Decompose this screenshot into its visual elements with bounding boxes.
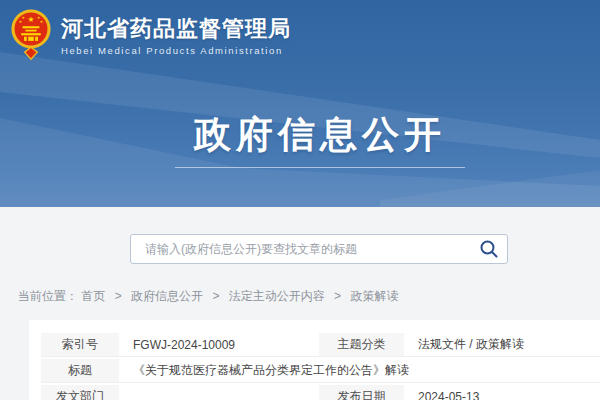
page: ★ ★ ★ ★ ★ 河北省药品监督管理局 Hebei Medical Produ… — [0, 0, 600, 400]
breadcrumb-item-policy-interpretation[interactable]: 政策解读 — [350, 289, 398, 303]
table-row: 索引号 FGWJ-2024-10009 主题分类 法规文件 / 政策解读 — [41, 333, 600, 357]
breadcrumb-separator: > — [334, 289, 341, 303]
site-title: 河北省药品监督管理局 — [61, 16, 291, 42]
site-header-banner: ★ ★ ★ ★ ★ 河北省药品监督管理局 Hebei Medical Produ… — [0, 0, 600, 207]
search-bar — [130, 234, 508, 264]
svg-text:★: ★ — [19, 20, 23, 24]
title-underline — [175, 167, 465, 168]
breadcrumb-item-info-disclosure[interactable]: 政府信息公开 — [131, 289, 203, 303]
breadcrumb-item-statutory-content[interactable]: 法定主动公开内容 — [229, 289, 325, 303]
field-value-topic-category: 法规文件 / 政策解读 — [404, 333, 600, 357]
search-icon — [479, 239, 499, 259]
table-row: 发文部门 发布日期 2024-05-13 — [41, 385, 600, 400]
field-label-topic-category: 主题分类 — [319, 333, 404, 357]
field-label-title: 标题 — [41, 359, 119, 383]
field-label-publish-date: 发布日期 — [319, 385, 404, 400]
document-info-card: 索引号 FGWJ-2024-10009 主题分类 法规文件 / 政策解读 标题 … — [29, 320, 600, 400]
breadcrumb-item-home[interactable]: 首页 — [81, 289, 105, 303]
svg-text:★: ★ — [28, 15, 35, 24]
svg-text:★: ★ — [37, 16, 41, 20]
field-value-index-no: FGWJ-2024-10009 — [119, 333, 319, 357]
search-button[interactable] — [476, 237, 502, 261]
field-label-index-no: 索引号 — [41, 333, 119, 357]
page-title: 政府信息公开 — [194, 110, 446, 160]
site-brand-link[interactable]: ★ ★ ★ ★ ★ 河北省药品监督管理局 Hebei Medical Produ… — [10, 8, 291, 64]
field-value-title: 《关于规范医疗器械产品分类界定工作的公告》解读 — [119, 359, 600, 383]
breadcrumb-separator: > — [212, 289, 219, 303]
search-input[interactable] — [130, 234, 508, 264]
site-brand-text: 河北省药品监督管理局 Hebei Medical Products Admini… — [61, 16, 291, 56]
field-label-issuing-department: 发文部门 — [41, 385, 119, 400]
site-subtitle-en: Hebei Medical Products Administration — [61, 45, 291, 56]
breadcrumb-separator: > — [115, 289, 122, 303]
table-row: 标题 《关于规范医疗器械产品分类界定工作的公告》解读 — [41, 359, 600, 383]
svg-text:★: ★ — [22, 16, 26, 20]
field-value-publish-date: 2024-05-13 — [404, 385, 600, 400]
svg-text:★: ★ — [40, 20, 44, 24]
national-emblem-logo: ★ ★ ★ ★ ★ — [10, 8, 52, 64]
document-info-table: 索引号 FGWJ-2024-10009 主题分类 法规文件 / 政策解读 标题 … — [41, 331, 600, 400]
breadcrumb-label: 当前位置： — [18, 289, 78, 303]
field-value-issuing-department — [119, 385, 319, 400]
breadcrumb: 当前位置： 首页 > 政府信息公开 > 法定主动公开内容 > 政策解读 — [18, 288, 398, 305]
